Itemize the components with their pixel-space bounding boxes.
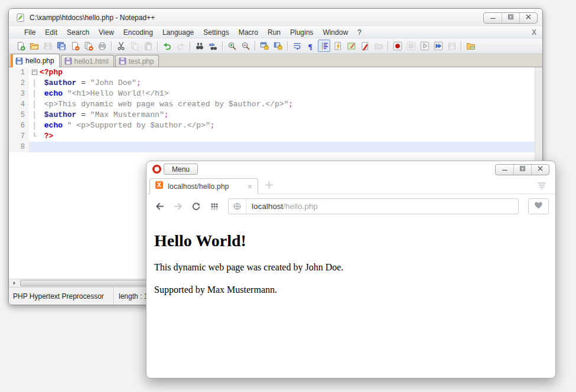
toolbar-separator — [190, 41, 190, 51]
back-button[interactable] — [153, 200, 166, 213]
macro-record-icon[interactable] — [391, 40, 403, 52]
toolbar-separator — [461, 41, 461, 51]
open-containing-folder-icon[interactable] — [464, 40, 477, 52]
document-map-icon[interactable] — [345, 40, 357, 52]
notepadpp-titlebar[interactable]: C:\xampp\htdocs\hello.php - Notepad++ — [9, 9, 542, 27]
tab-label: test.php — [129, 57, 154, 66]
menu-help[interactable]: ? — [353, 27, 366, 38]
closed-tabs-menu-icon[interactable] — [536, 181, 547, 191]
menu-window[interactable]: Window — [318, 27, 353, 38]
page-paragraphs: This dynamic web page was created by Joh… — [154, 262, 544, 295]
new-tab-button[interactable] — [263, 180, 275, 192]
code-line-5[interactable]: 5│ $author = "Max Mustermann"; — [9, 110, 535, 120]
zoom-out-icon[interactable] — [239, 40, 252, 52]
menu-settings[interactable]: Settings — [198, 27, 233, 38]
url-host: localhost — [252, 202, 283, 211]
toolbar-separator — [111, 41, 112, 51]
undo-icon[interactable] — [161, 40, 173, 52]
document-tab-test.php[interactable]: test.php — [115, 55, 160, 67]
sync-vertical-scrolling-icon[interactable] — [258, 40, 271, 52]
new-file-icon[interactable] — [14, 40, 27, 52]
menu-macro[interactable]: Macro — [234, 27, 263, 38]
sync-horizontal-scrolling-icon[interactable] — [272, 40, 284, 52]
url-text[interactable]: localhost/hello.php — [246, 202, 318, 211]
line-number: 1 — [9, 67, 29, 78]
macro-play-icon[interactable] — [418, 40, 431, 52]
opera-tabstrip: X localhost/hello.php — [147, 177, 555, 194]
close-document-icon[interactable] — [69, 40, 81, 52]
fold-end-icon: └ — [29, 131, 40, 142]
tab-title: localhost/hello.php — [168, 182, 243, 191]
scroll-left-arrow-icon[interactable] — [10, 280, 18, 286]
reload-button[interactable] — [190, 200, 203, 213]
maximize-button[interactable] — [502, 13, 519, 23]
menu-plugins[interactable]: Plugins — [285, 27, 318, 38]
code-line-8[interactable]: 8 — [9, 142, 535, 152]
page-paragraph: Supported by Max Mustermann. — [154, 285, 544, 295]
speed-dial-icon[interactable] — [208, 200, 221, 213]
tab-label: hello1.html — [74, 57, 109, 66]
indent-guide-icon[interactable] — [318, 40, 330, 52]
document-switcher-icon[interactable] — [359, 40, 371, 52]
code-line-6[interactable]: 6│ echo " <p>Supported by $author.</p>"; — [9, 120, 535, 131]
macro-run-multiple-icon[interactable] — [432, 40, 444, 52]
word-wrap-icon[interactable] — [291, 40, 303, 52]
opera-menu-button[interactable]: Menu — [164, 164, 198, 175]
opera-titlebar[interactable]: Menu — [147, 161, 555, 177]
show-all-characters-icon[interactable]: ¶ — [304, 40, 317, 52]
menu-file[interactable]: File — [19, 27, 40, 38]
maximize-button[interactable] — [513, 165, 531, 175]
find-icon[interactable] — [193, 40, 206, 52]
fold-start-icon[interactable]: − — [29, 67, 40, 78]
menu-language[interactable]: Language — [158, 27, 198, 38]
tab-close-icon[interactable] — [247, 181, 253, 192]
toolbar-separator — [255, 41, 255, 51]
notepadpp-toolbar: ab¶ — [9, 38, 542, 54]
macro-stop-icon — [405, 40, 417, 52]
close-all-documents-icon[interactable] — [82, 40, 95, 52]
print-icon[interactable] — [96, 40, 108, 52]
notepadpp-tabbar: hello.phphello1.htmltest.php — [9, 54, 542, 67]
minimize-button[interactable] — [496, 165, 513, 175]
menu-view[interactable]: View — [94, 27, 119, 38]
site-globe-icon[interactable] — [229, 199, 246, 214]
menu-edit[interactable]: Edit — [40, 27, 62, 38]
minimize-icon — [489, 12, 497, 24]
bookmark-button[interactable] — [528, 198, 549, 214]
notepadpp-menubar: FileEditSearchViewEncodingLanguageSettin… — [9, 27, 542, 38]
cut-icon[interactable] — [115, 40, 127, 52]
notepadpp-window-title: C:\xampp\htdocs\hello.php - Notepad++ — [30, 14, 483, 22]
code-text: <p>This dynamic web page was created by … — [40, 99, 535, 110]
code-line-7[interactable]: 7└ ?> — [9, 131, 535, 142]
menu-encoding[interactable]: Encoding — [119, 27, 158, 38]
minimize-button[interactable] — [484, 13, 502, 23]
fold-mid-icon: │ — [29, 110, 40, 120]
opera-toolbar: localhost/hello.php — [147, 194, 555, 218]
close-button[interactable] — [531, 165, 549, 175]
code-line-4[interactable]: 4│ <p>This dynamic web page was created … — [9, 99, 535, 110]
browser-tab-localhost[interactable]: X localhost/hello.php — [149, 178, 258, 194]
address-bar[interactable]: localhost/hello.php — [228, 198, 519, 214]
line-number: 6 — [9, 120, 29, 131]
save-all-icon[interactable] — [55, 40, 67, 52]
saved-file-icon — [119, 57, 126, 65]
menu-search[interactable]: Search — [62, 27, 94, 38]
open-folder-icon[interactable] — [28, 40, 40, 52]
code-line-2[interactable]: 2│ $author = "John Doe"; — [9, 78, 535, 89]
fold-margin — [29, 142, 40, 152]
close-button[interactable] — [519, 13, 537, 23]
menu-run[interactable]: Run — [263, 27, 285, 38]
line-number: 2 — [9, 78, 29, 89]
line-number: 4 — [9, 99, 29, 110]
function-list-icon[interactable] — [331, 40, 344, 52]
document-tab-hello.php[interactable]: hello.php — [11, 54, 60, 67]
menubar-close-document-button[interactable]: X — [532, 28, 536, 37]
document-tab-hello1.html[interactable]: hello1.html — [61, 55, 114, 67]
maximize-icon — [518, 164, 527, 175]
code-line-3[interactable]: 3│ echo "<h1>Hello World!</h1> — [9, 89, 535, 99]
zoom-in-icon[interactable] — [226, 40, 238, 52]
notepadpp-caption-buttons — [483, 12, 538, 24]
code-line-1[interactable]: 1−<?php — [9, 67, 535, 78]
toolbar-separator — [287, 41, 288, 51]
replace-icon[interactable]: ab — [207, 40, 219, 52]
